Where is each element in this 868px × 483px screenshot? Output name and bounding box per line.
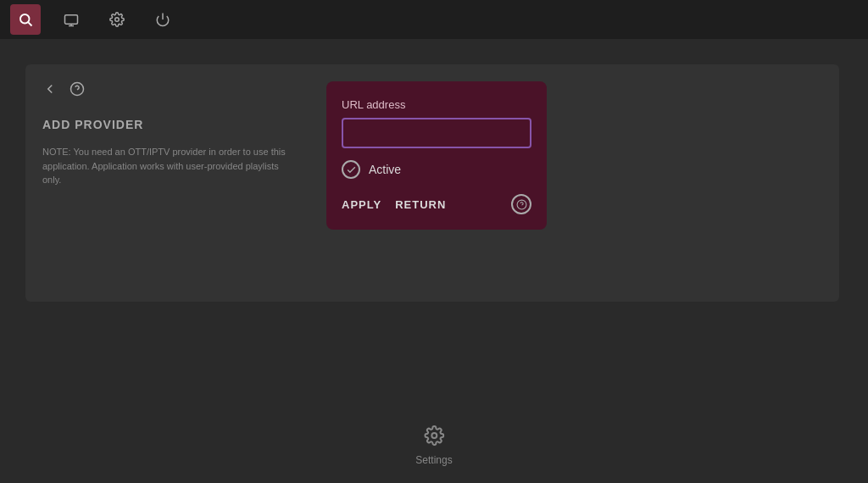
nav-tv[interactable]	[56, 4, 86, 35]
navbar	[0, 0, 868, 39]
url-modal: URL address Active APPLY RETURN	[326, 81, 547, 230]
panel-note: NOTE: You need an OTT/IPTV provider in o…	[42, 145, 297, 187]
settings-bottom[interactable]: Settings	[415, 425, 452, 466]
main-area: ADD PROVIDER NOTE: You need an OTT/IPTV …	[0, 39, 868, 483]
apply-button[interactable]: APPLY	[342, 195, 381, 214]
nav-power[interactable]	[147, 4, 178, 35]
back-icon[interactable]	[42, 81, 58, 101]
svg-point-5	[115, 18, 120, 22]
modal-actions: APPLY RETURN	[342, 194, 531, 214]
help-icon-modal[interactable]	[511, 194, 531, 214]
svg-point-11	[431, 433, 437, 438]
nav-search[interactable]	[10, 4, 41, 35]
url-input[interactable]	[342, 118, 531, 148]
active-row: Active	[342, 160, 531, 179]
nav-settings[interactable]	[102, 4, 132, 35]
return-button[interactable]: RETURN	[395, 195, 446, 214]
help-icon-panel[interactable]	[70, 81, 85, 101]
active-label: Active	[369, 163, 401, 176]
svg-line-1	[28, 22, 31, 25]
url-label: URL address	[342, 98, 531, 111]
active-checkbox[interactable]	[342, 160, 360, 179]
settings-gear-icon	[424, 425, 444, 451]
svg-rect-2	[65, 15, 78, 25]
svg-point-0	[20, 14, 30, 24]
settings-label: Settings	[415, 454, 452, 466]
